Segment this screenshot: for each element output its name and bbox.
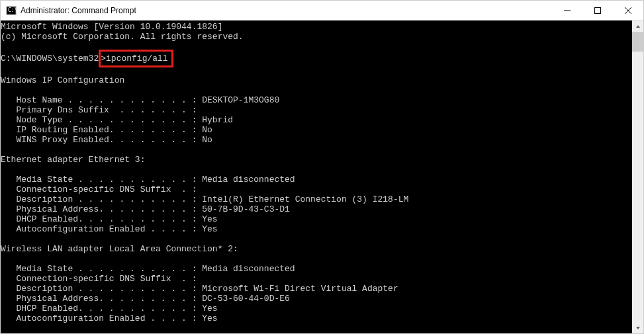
eth3-physical: Physical Address. . . . . . . . . : 50-7… [1, 204, 290, 214]
eth3-description: Description . . . . . . . . . . . : Inte… [1, 194, 408, 204]
eth3-media-state: Media State . . . . . . . . . . . : Medi… [1, 175, 295, 185]
window-controls [552, 1, 643, 20]
wlan2-autoconfig: Autoconfiguration Enabled . . . . : Yes [1, 313, 218, 323]
command-prompt-window: C:\ Administrator: Command Prompt Micros… [0, 0, 644, 334]
wlan2-dhcp: DHCP Enabled. . . . . . . . . . . : Yes [1, 304, 218, 313]
titlebar: C:\ Administrator: Command Prompt [1, 1, 643, 21]
vertical-scrollbar[interactable] [632, 21, 643, 333]
close-button[interactable] [613, 1, 643, 20]
cmd-icon: C:\ [6, 5, 17, 16]
wlan2-physical: Physical Address. . . . . . . . . : DC-5… [1, 294, 290, 304]
primary-dns-line: Primary Dns Suffix . . . . . . . : [1, 105, 197, 115]
minimize-button[interactable] [552, 1, 582, 20]
scrollbar-up-button[interactable] [632, 21, 643, 32]
node-type-line: Node Type . . . . . . . . . . . . : Hybr… [1, 115, 233, 125]
command-highlight: >ipconfig/all [99, 50, 173, 67]
scrollbar-track[interactable] [632, 32, 643, 322]
eth3-conn-suffix: Connection-specific DNS Suffix . : [1, 185, 197, 194]
prompt-command: >ipconfig/all [101, 54, 167, 63]
eth3-dhcp: DHCP Enabled. . . . . . . . . . . : Yes [1, 214, 218, 224]
prompt-path: C:\WINDOWS\system32 [1, 54, 99, 63]
host-name-line: Host Name . . . . . . . . . . . . : DESK… [1, 95, 279, 105]
window-title: Administrator: Command Prompt [21, 6, 552, 15]
maximize-button[interactable] [582, 1, 613, 20]
section-ipconfig: Windows IP Configuration [1, 75, 124, 85]
version-line: Microsoft Windows [Version 10.0.19044.18… [1, 22, 222, 32]
scrollbar-down-button[interactable] [632, 322, 643, 333]
section-eth3: Ethernet adapter Ethernet 3: [1, 155, 145, 165]
svg-rect-3 [595, 7, 601, 13]
svg-text:C:\: C:\ [8, 7, 17, 13]
terminal-output[interactable]: Microsoft Windows [Version 10.0.19044.18… [1, 21, 632, 333]
content-wrapper: Microsoft Windows [Version 10.0.19044.18… [1, 21, 643, 333]
ip-routing-line: IP Routing Enabled. . . . . . . . : No [1, 125, 212, 135]
scrollbar-thumb[interactable] [632, 32, 643, 52]
copyright-line: (c) Microsoft Corporation. All rights re… [1, 32, 244, 42]
wlan2-conn-suffix: Connection-specific DNS Suffix . : [1, 274, 197, 284]
wlan2-media-state: Media State . . . . . . . . . . . : Medi… [1, 264, 295, 274]
wins-proxy-line: WINS Proxy Enabled. . . . . . . . : No [1, 135, 212, 145]
wlan2-description: Description . . . . . . . . . . . : Micr… [1, 284, 398, 294]
eth3-autoconfig: Autoconfiguration Enabled . . . . : Yes [1, 224, 218, 234]
section-wlan2: Wireless LAN adapter Local Area Connecti… [1, 244, 238, 254]
